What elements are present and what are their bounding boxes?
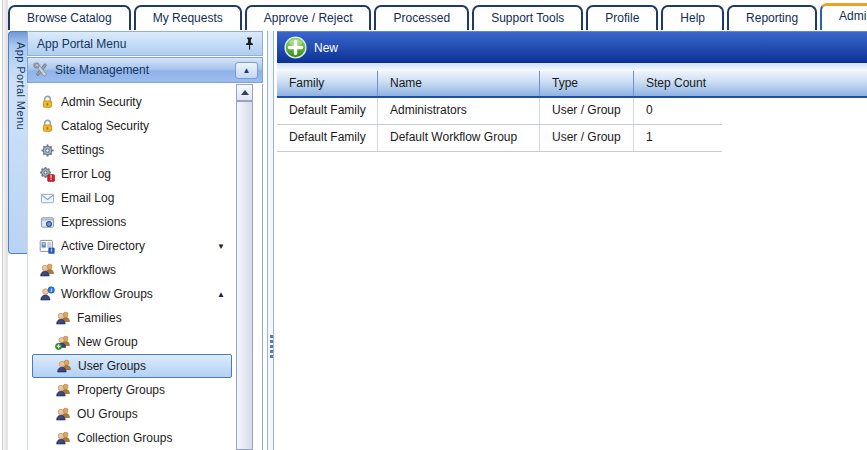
new-button-label: New <box>314 41 338 55</box>
sidebar-item-active-directory[interactable]: iActive Directory▼ <box>32 234 232 258</box>
sidebar-item-label: Catalog Security <box>61 119 149 133</box>
sidebar-item-catalog-security[interactable]: Catalog Security <box>32 114 232 138</box>
cell: User / Group <box>540 125 634 151</box>
chevron-down-icon[interactable]: ▼ <box>217 242 225 251</box>
people-icon <box>38 262 56 279</box>
sidebar-item-label: Workflow Groups <box>61 287 153 301</box>
people-add-icon <box>54 334 72 351</box>
cell: Default Family <box>277 125 378 151</box>
sidebar-item-workflows[interactable]: Workflows <box>32 258 232 282</box>
person-info-icon: i <box>38 286 56 303</box>
sidebar-header: App Portal Menu <box>27 31 263 56</box>
section-label: Site Management <box>50 63 235 77</box>
sidebar-item-label: Property Groups <box>77 383 165 397</box>
svg-text:i: i <box>51 248 52 253</box>
lock-icon <box>38 94 56 111</box>
panel-splitter[interactable] <box>267 31 274 450</box>
people-icon <box>54 406 72 423</box>
people-icon <box>54 382 72 399</box>
sidebar-item-admin-security[interactable]: Admin Security <box>32 90 232 114</box>
lock-icon <box>38 118 56 135</box>
main-toolbar: New <box>277 31 867 63</box>
sidebar-item-label: Email Log <box>61 191 114 205</box>
sidebar-item-workflow-groups[interactable]: iWorkflow Groups▲ <box>32 282 232 306</box>
sidebar-item-label: Settings <box>61 143 104 157</box>
tab-my-requests[interactable]: My Requests <box>134 5 242 30</box>
sidebar-item-label: Error Log <box>61 167 111 181</box>
sidebar-item-label: Admin Security <box>61 95 142 109</box>
sidebar-item-error-log[interactable]: !Error Log <box>32 162 232 186</box>
cell: Default Family <box>277 98 378 124</box>
grid-body: Default FamilyAdministratorsUser / Group… <box>277 98 867 152</box>
sidebar-list: Admin SecurityCatalog SecuritySettings!E… <box>27 84 263 450</box>
scrollbar-thumb[interactable] <box>237 101 252 449</box>
sidebar-item-label: Expressions <box>61 215 126 229</box>
sidebar-item-settings[interactable]: Settings <box>32 138 232 162</box>
column-header-type[interactable]: Type <box>540 71 634 96</box>
window-icon <box>38 214 56 231</box>
people-icon <box>54 430 72 447</box>
cell: 1 <box>634 125 722 151</box>
tab-bar: Browse CatalogMy RequestsApprove / Rejec… <box>8 2 867 30</box>
tab-browse-catalog[interactable]: Browse Catalog <box>8 5 131 30</box>
tab-help[interactable]: Help <box>661 5 724 30</box>
gear-icon <box>38 142 56 159</box>
sidebar-item-label: Active Directory <box>61 239 145 253</box>
table-row[interactable]: Default FamilyAdministratorsUser / Group… <box>277 98 722 125</box>
tab-processed[interactable]: Processed <box>374 5 469 30</box>
sidebar-item-expressions[interactable]: Expressions <box>32 210 232 234</box>
main-panel: New FamilyNameTypeStep Count Default Fam… <box>277 31 867 450</box>
column-header-step-count[interactable]: Step Count <box>634 71 722 96</box>
cell: Default Workflow Group <box>378 125 540 151</box>
app-portal-menu-side-tab[interactable]: App Portal Menu <box>8 31 27 254</box>
sidebar-item-label: Workflows <box>61 263 116 277</box>
sidebar-item-label: OU Groups <box>77 407 138 421</box>
directory-card-icon: i <box>38 238 56 255</box>
cell: Administrators <box>378 98 540 124</box>
sidebar-item-collection-groups[interactable]: Collection Groups <box>32 426 232 450</box>
sidebar-item-ou-groups[interactable]: OU Groups <box>32 402 232 426</box>
section-site-management[interactable]: Site Management ▲ <box>27 57 263 83</box>
sidebar-item-families[interactable]: Families <box>32 306 232 330</box>
sidebar-item-user-groups[interactable]: User Groups <box>32 354 232 378</box>
sidebar-item-new-group[interactable]: New Group <box>32 330 232 354</box>
sidebar-scrollbar[interactable] <box>236 84 253 450</box>
grid-header: FamilyNameTypeStep Count <box>277 71 867 98</box>
table-row[interactable]: Default FamilyDefault Workflow GroupUser… <box>277 125 722 152</box>
tab-reporting[interactable]: Reporting <box>727 5 817 30</box>
pushpin-icon[interactable] <box>243 37 255 50</box>
column-header-name[interactable]: Name <box>378 71 540 96</box>
chevron-up-icon[interactable]: ▲ <box>217 290 225 299</box>
window-edge <box>0 0 8 450</box>
scroll-up-button[interactable] <box>237 85 252 101</box>
sidebar-title: App Portal Menu <box>35 37 243 51</box>
tab-profile[interactable]: Profile <box>586 5 658 30</box>
section-collapse-button[interactable]: ▲ <box>235 62 258 79</box>
sidebar-item-property-groups[interactable]: Property Groups <box>32 378 232 402</box>
people-icon <box>55 358 73 375</box>
cell: User / Group <box>540 98 634 124</box>
new-button[interactable]: New <box>284 36 338 59</box>
sidebar-item-email-log[interactable]: Email Log <box>32 186 232 210</box>
splitter-grip <box>270 335 273 359</box>
gear-error-icon: ! <box>38 166 56 183</box>
people-icon <box>54 310 72 327</box>
svg-text:!: ! <box>50 174 52 181</box>
sidebar-item-label: User Groups <box>78 359 146 373</box>
sidebar-item-label: New Group <box>77 335 138 349</box>
sidebar-item-label: Collection Groups <box>77 431 172 445</box>
tab-approve-reject[interactable]: Approve / Reject <box>245 5 372 30</box>
sidebar: App Portal Menu Site Management ▲ Admin … <box>27 31 263 450</box>
mail-icon <box>38 190 56 207</box>
sidebar-item-label: Families <box>77 311 122 325</box>
tools-icon <box>32 61 50 79</box>
add-circle-icon <box>284 36 307 59</box>
column-header-family[interactable]: Family <box>277 71 378 96</box>
toolbar-gap <box>277 63 867 71</box>
tab-admin[interactable]: Admin <box>820 3 867 30</box>
cell: 0 <box>634 98 722 124</box>
tab-support-tools[interactable]: Support Tools <box>472 5 583 30</box>
